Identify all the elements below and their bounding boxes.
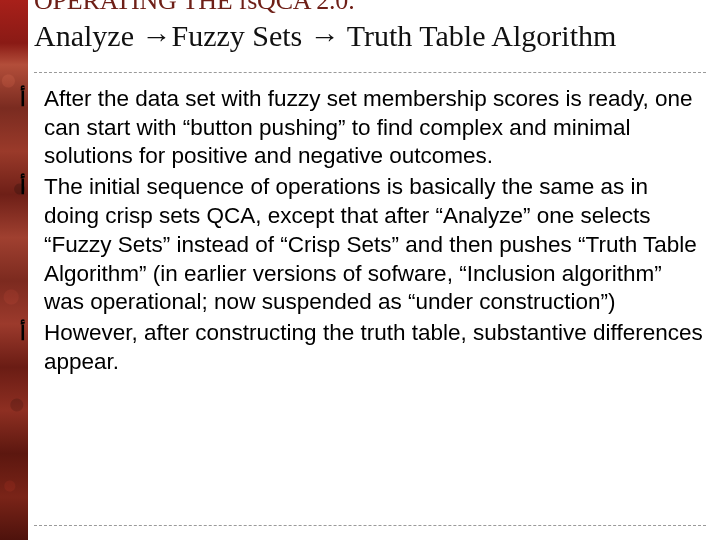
body-text: أ After the data set with fuzzy set memb… — [34, 85, 706, 377]
list-item: أ However, after constructing the truth … — [34, 319, 706, 377]
bullet-icon: أ — [20, 320, 38, 347]
bullet-text: After the data set with fuzzy set member… — [44, 85, 706, 171]
bullet-text: However, after constructing the truth ta… — [44, 319, 706, 377]
bottom-divider — [34, 525, 706, 526]
bullet-text: The initial sequence of operations is ba… — [44, 173, 706, 317]
decorative-left-band — [0, 0, 28, 540]
bullet-icon: أ — [20, 174, 38, 201]
slide: OPERATING THE fsQCA 2.0. Analyze →Fuzzy … — [0, 0, 720, 540]
list-item: أ After the data set with fuzzy set memb… — [34, 85, 706, 171]
slide-content: OPERATING THE fsQCA 2.0. Analyze →Fuzzy … — [34, 0, 706, 530]
top-divider — [34, 72, 706, 73]
list-item: أ The initial sequence of operations is … — [34, 173, 706, 317]
bullet-icon: أ — [20, 86, 38, 113]
slide-title: Analyze →Fuzzy Sets → Truth Table Algori… — [34, 18, 706, 54]
title-supertitle-cut: OPERATING THE fsQCA 2.0. — [34, 0, 706, 16]
